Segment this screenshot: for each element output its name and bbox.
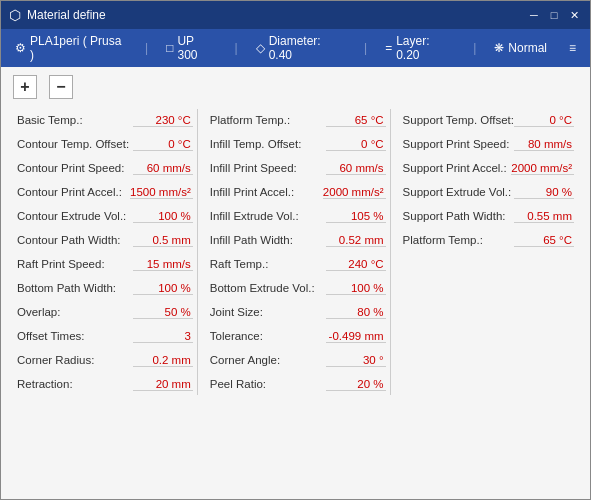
field-value[interactable]: 1500 mm/s² (130, 186, 193, 199)
field-row: Platform Temp.:65 °C (206, 109, 390, 131)
field-value[interactable]: 50 % (133, 306, 193, 319)
field-label: Offset Times: (17, 330, 133, 342)
close-button[interactable]: ✕ (566, 7, 582, 23)
field-value[interactable]: 240 °C (326, 258, 386, 271)
minimize-button[interactable]: ─ (526, 7, 542, 23)
field-row: Support Extrude Vol.:90 % (399, 181, 578, 203)
field-value[interactable]: -0.499 mm (326, 330, 386, 343)
field-value[interactable]: 0 °C (133, 138, 193, 151)
title-bar: ⬡ Material define ─ □ ✕ (1, 1, 590, 29)
field-value[interactable]: 2000 mm/s² (511, 162, 574, 175)
app-icon: ⬡ (9, 7, 21, 23)
field-row: Peel Ratio:20 % (206, 373, 390, 395)
field-value[interactable]: 0.2 mm (133, 354, 193, 367)
field-label: Contour Path Width: (17, 234, 133, 246)
profile-selector[interactable]: ⚙ PLA1peri ( Prusa ) (11, 32, 131, 64)
field-value[interactable]: 2000 mm/s² (323, 186, 386, 199)
field-row: Infill Extrude Vol.:105 % (206, 205, 390, 227)
field-label: Contour Print Accel.: (17, 186, 130, 198)
content-area: + − Basic Temp.:230 °CContour Temp. Offs… (1, 67, 590, 499)
field-label: Raft Temp.: (210, 258, 326, 270)
field-row: Bottom Extrude Vol.:100 % (206, 277, 390, 299)
field-row: Contour Temp. Offset:0 °C (13, 133, 197, 155)
printer-selector[interactable]: □ UP 300 (162, 32, 220, 64)
menu-button[interactable]: ≡ (565, 39, 580, 57)
field-label: Corner Radius: (17, 354, 133, 366)
field-value[interactable]: 230 °C (133, 114, 193, 127)
diameter-selector[interactable]: ◇ Diameter: 0.40 (252, 32, 350, 64)
field-value[interactable]: 65 °C (326, 114, 386, 127)
field-value[interactable]: 90 % (514, 186, 574, 199)
field-value[interactable]: 100 % (133, 282, 193, 295)
diameter-icon: ◇ (256, 41, 265, 55)
profile-label: PLA1peri ( Prusa ) (30, 34, 127, 62)
field-value[interactable]: 30 ° (326, 354, 386, 367)
field-value[interactable]: 100 % (326, 282, 386, 295)
field-label: Support Extrude Vol.: (403, 186, 514, 198)
field-label: Support Temp. Offset: (403, 114, 514, 126)
printer-icon: □ (166, 41, 173, 55)
field-value[interactable]: 15 mm/s (133, 258, 193, 271)
field-label: Contour Temp. Offset: (17, 138, 133, 150)
quality-icon: ❋ (494, 41, 504, 55)
field-label: Joint Size: (210, 306, 326, 318)
field-col-2: Platform Temp.:65 °CInfill Temp. Offset:… (197, 109, 390, 395)
field-row: Infill Print Speed:60 mm/s (206, 157, 390, 179)
field-label: Infill Print Accel.: (210, 186, 323, 198)
field-label: Overlap: (17, 306, 133, 318)
layer-icon: = (385, 41, 392, 55)
field-label: Bottom Path Width: (17, 282, 133, 294)
add-remove-row: + − (13, 75, 578, 99)
field-label: Contour Extrude Vol.: (17, 210, 133, 222)
main-window: ⬡ Material define ─ □ ✕ ⚙ PLA1peri ( Pru… (0, 0, 591, 500)
field-row: Basic Temp.:230 °C (13, 109, 197, 131)
field-value[interactable]: 3 (133, 330, 193, 343)
field-row: Infill Temp. Offset:0 °C (206, 133, 390, 155)
field-value[interactable]: 65 °C (514, 234, 574, 247)
field-label: Platform Temp.: (403, 234, 514, 246)
field-row: Corner Radius:0.2 mm (13, 349, 197, 371)
quality-label: Normal (508, 41, 547, 55)
field-value[interactable]: 20 % (326, 378, 386, 391)
field-label: Corner Angle: (210, 354, 326, 366)
field-value[interactable]: 20 mm (133, 378, 193, 391)
add-button[interactable]: + (13, 75, 37, 99)
field-row: Overlap:50 % (13, 301, 197, 323)
field-value[interactable]: 100 % (133, 210, 193, 223)
field-value[interactable]: 0.52 mm (326, 234, 386, 247)
field-value[interactable]: 105 % (326, 210, 386, 223)
field-row: Offset Times:3 (13, 325, 197, 347)
field-value[interactable]: 80 % (326, 306, 386, 319)
diameter-label: Diameter: 0.40 (269, 34, 346, 62)
field-row: Retraction:20 mm (13, 373, 197, 395)
field-value[interactable]: 0 °C (514, 114, 574, 127)
field-col-3: Support Temp. Offset:0 °CSupport Print S… (390, 109, 578, 395)
window-title: Material define (27, 8, 526, 22)
field-label: Peel Ratio: (210, 378, 326, 390)
field-row: Support Path Width:0.55 mm (399, 205, 578, 227)
field-label: Platform Temp.: (210, 114, 326, 126)
quality-selector[interactable]: ❋ Normal (490, 39, 551, 57)
field-value[interactable]: 0.5 mm (133, 234, 193, 247)
maximize-button[interactable]: □ (546, 7, 562, 23)
field-row: Contour Print Accel.:1500 mm/s² (13, 181, 197, 203)
printer-label: UP 300 (177, 34, 216, 62)
remove-button[interactable]: − (49, 75, 73, 99)
field-value[interactable]: 60 mm/s (133, 162, 193, 175)
field-label: Basic Temp.: (17, 114, 133, 126)
field-value[interactable]: 0 °C (326, 138, 386, 151)
field-row: Support Temp. Offset:0 °C (399, 109, 578, 131)
toolbar: ⚙ PLA1peri ( Prusa ) | □ UP 300 | ◇ Diam… (1, 29, 590, 67)
field-row: Infill Path Width:0.52 mm (206, 229, 390, 251)
field-label: Bottom Extrude Vol.: (210, 282, 326, 294)
field-row: Contour Path Width:0.5 mm (13, 229, 197, 251)
field-value[interactable]: 0.55 mm (514, 210, 574, 223)
field-label: Retraction: (17, 378, 133, 390)
field-label: Support Print Accel.: (403, 162, 512, 174)
field-value[interactable]: 60 mm/s (326, 162, 386, 175)
separator-4: | (473, 41, 476, 55)
layer-selector[interactable]: = Layer: 0.20 (381, 32, 459, 64)
field-value[interactable]: 80 mm/s (514, 138, 574, 151)
profile-icon: ⚙ (15, 41, 26, 55)
field-row: Raft Temp.:240 °C (206, 253, 390, 275)
